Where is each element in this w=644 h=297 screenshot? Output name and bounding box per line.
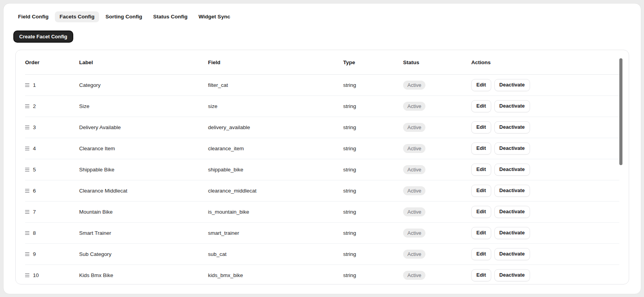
status-cell: Active xyxy=(403,271,471,280)
edit-button[interactable]: Edit xyxy=(471,269,491,281)
order-cell: 4 xyxy=(25,146,79,152)
status-cell: Active xyxy=(403,144,471,153)
drag-handle-icon[interactable] xyxy=(25,188,29,194)
actions-cell: Edit Deactivate xyxy=(471,121,619,133)
status-cell: Active xyxy=(403,250,471,259)
column-header-field: Field xyxy=(208,59,343,65)
table-row: 4 Clearance Item clearance_item string A… xyxy=(25,138,619,159)
tab-widget-sync[interactable]: Widget Sync xyxy=(194,11,235,22)
edit-button[interactable]: Edit xyxy=(471,121,491,133)
table-scrollbar-thumb[interactable] xyxy=(619,58,622,165)
actions-cell: Edit Deactivate xyxy=(471,185,619,196)
order-cell: 10 xyxy=(25,272,79,279)
edit-button[interactable]: Edit xyxy=(471,206,491,218)
table-body: 1 Category filter_cat string Active Edit… xyxy=(25,75,619,284)
table-row: 6 Clearance Middlecat clearance_middleca… xyxy=(25,180,619,202)
row-field-value: delivery_available xyxy=(208,124,343,130)
row-order-value: 1 xyxy=(33,82,36,88)
edit-button[interactable]: Edit xyxy=(471,142,491,154)
row-order-value: 3 xyxy=(33,124,36,130)
deactivate-button[interactable]: Deactivate xyxy=(494,100,530,112)
order-cell: 7 xyxy=(25,209,79,215)
facet-config-table: Order Label Field Type Status Actions 1 … xyxy=(16,50,629,284)
status-cell: Active xyxy=(403,207,471,217)
column-header-order: Order xyxy=(25,59,79,65)
table-row: 2 Size size string Active Edit Deactivat… xyxy=(25,96,619,117)
status-cell: Active xyxy=(403,186,471,196)
row-label-value: Mountain Bike xyxy=(79,209,208,215)
edit-button[interactable]: Edit xyxy=(471,164,491,175)
deactivate-button[interactable]: Deactivate xyxy=(494,164,530,175)
config-panel: Field Config Facets Config Sorting Confi… xyxy=(3,3,641,294)
status-cell: Active xyxy=(403,81,471,90)
tab-label: Sorting Config xyxy=(105,14,142,20)
table-row: 9 Sub Category sub_cat string Active Edi… xyxy=(25,244,619,265)
edit-button[interactable]: Edit xyxy=(471,185,491,196)
deactivate-button[interactable]: Deactivate xyxy=(494,79,530,91)
tab-sorting-config[interactable]: Sorting Config xyxy=(101,11,147,22)
table-row: 3 Delivery Available delivery_available … xyxy=(25,117,619,138)
tab-status-config[interactable]: Status Config xyxy=(148,11,192,22)
status-badge: Active xyxy=(403,123,425,132)
drag-handle-icon[interactable] xyxy=(25,251,29,257)
edit-button[interactable]: Edit xyxy=(471,79,491,91)
deactivate-button[interactable]: Deactivate xyxy=(494,248,530,260)
column-header-status: Status xyxy=(403,59,471,65)
order-cell: 6 xyxy=(25,188,79,194)
status-badge: Active xyxy=(403,186,425,196)
actions-cell: Edit Deactivate xyxy=(471,100,619,112)
status-badge: Active xyxy=(403,229,425,238)
tab-label: Widget Sync xyxy=(199,14,230,20)
row-label-value: Size xyxy=(79,103,208,109)
edit-button[interactable]: Edit xyxy=(471,248,491,260)
status-cell: Active xyxy=(403,165,471,175)
row-type-value: string xyxy=(343,188,403,194)
deactivate-button[interactable]: Deactivate xyxy=(494,185,530,196)
drag-handle-icon[interactable] xyxy=(25,167,29,173)
tab-label: Facets Config xyxy=(60,14,94,20)
deactivate-button[interactable]: Deactivate xyxy=(494,227,530,239)
drag-handle-icon[interactable] xyxy=(25,103,29,110)
edit-button[interactable]: Edit xyxy=(471,100,491,112)
column-header-type: Type xyxy=(343,59,403,65)
deactivate-button[interactable]: Deactivate xyxy=(494,142,530,154)
row-field-value: clearance_item xyxy=(208,146,343,151)
drag-handle-icon[interactable] xyxy=(25,209,29,215)
row-label-value: Clearance Middlecat xyxy=(79,188,208,194)
tab-field-config[interactable]: Field Config xyxy=(13,11,53,22)
status-badge: Active xyxy=(403,271,425,280)
row-label-value: Delivery Available xyxy=(79,124,208,130)
deactivate-button[interactable]: Deactivate xyxy=(494,206,530,218)
status-badge: Active xyxy=(403,102,425,111)
column-header-actions: Actions xyxy=(471,59,619,65)
tab-facets-config[interactable]: Facets Config xyxy=(55,11,99,22)
drag-handle-icon[interactable] xyxy=(25,124,29,131)
row-order-value: 2 xyxy=(33,103,36,109)
row-field-value: filter_cat xyxy=(208,82,343,88)
edit-button[interactable]: Edit xyxy=(471,227,491,239)
row-field-value: kids_bmx_bike xyxy=(208,272,343,278)
deactivate-button[interactable]: Deactivate xyxy=(494,269,530,281)
order-cell: 9 xyxy=(25,251,79,257)
row-label-value: Sub Category xyxy=(79,251,208,257)
row-type-value: string xyxy=(343,209,403,215)
row-label-value: Kids Bmx Bike xyxy=(79,272,208,278)
row-order-value: 7 xyxy=(33,209,36,215)
actions-cell: Edit Deactivate xyxy=(471,206,619,218)
drag-handle-icon[interactable] xyxy=(25,146,29,152)
table-row: 7 Mountain Bike is_mountain_bike string … xyxy=(25,202,619,223)
create-facet-config-button[interactable]: Create Facet Config xyxy=(13,31,73,43)
row-field-value: shippable_bike xyxy=(208,167,343,173)
row-type-value: string xyxy=(343,82,403,88)
row-type-value: string xyxy=(343,251,403,257)
drag-handle-icon[interactable] xyxy=(25,272,29,279)
order-cell: 1 xyxy=(25,82,79,88)
actions-cell: Edit Deactivate xyxy=(471,142,619,154)
row-field-value: sub_cat xyxy=(208,251,343,257)
drag-handle-icon[interactable] xyxy=(25,82,29,88)
actions-cell: Edit Deactivate xyxy=(471,269,619,281)
drag-handle-icon[interactable] xyxy=(25,230,29,236)
row-order-value: 6 xyxy=(33,188,36,194)
row-order-value: 10 xyxy=(33,272,39,278)
deactivate-button[interactable]: Deactivate xyxy=(494,121,530,133)
